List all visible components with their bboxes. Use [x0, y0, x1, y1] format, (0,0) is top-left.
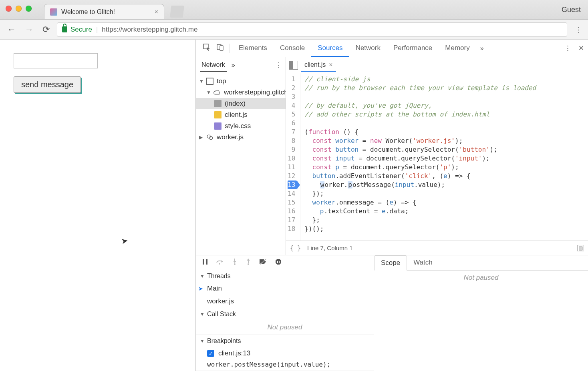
step-over-button[interactable]: [216, 259, 224, 267]
disclosure-triangle-icon: ▶: [199, 134, 203, 140]
line-number[interactable]: 2: [288, 84, 297, 92]
svg-point-11: [248, 263, 249, 265]
line-number[interactable]: 6: [288, 119, 297, 128]
breakpoint-checkbox[interactable]: ✓: [207, 350, 214, 357]
editor-tab[interactable]: client.js ×: [301, 59, 336, 72]
code-content[interactable]: // client-side js// run by the browser e…: [300, 73, 540, 241]
callstack-header[interactable]: ▼Call Stack: [196, 308, 374, 320]
browser-toolbar: ← → ⟳ Secure | https://workerstepping.gl…: [0, 20, 588, 40]
code-line[interactable]: // client-side js: [304, 75, 536, 84]
coverage-indicator-icon[interactable]: ▥: [577, 245, 584, 251]
tree-node-domain[interactable]: ▼ workerstepping.glitch: [196, 87, 286, 98]
navigator-more-tabs[interactable]: »: [232, 62, 235, 69]
line-number[interactable]: 18: [288, 225, 297, 233]
reload-button[interactable]: ⟳: [41, 23, 51, 36]
tree-node-top[interactable]: ▼ top: [196, 76, 286, 87]
inspect-element-button[interactable]: [200, 43, 213, 53]
more-tabs-button[interactable]: »: [480, 45, 484, 52]
threads-header[interactable]: ▼Threads: [196, 270, 374, 282]
tree-node-clientjs[interactable]: client.js: [196, 109, 286, 120]
code-line[interactable]: // add other scripts at the bottom of in…: [304, 110, 536, 119]
devtools-tab-memory[interactable]: Memory: [439, 40, 476, 57]
step-into-button[interactable]: [232, 258, 238, 267]
code-line[interactable]: button.addEventListener('click', (e) => …: [304, 172, 536, 180]
profile-label[interactable]: Guest: [562, 6, 581, 14]
line-number[interactable]: 5: [288, 110, 297, 119]
line-number[interactable]: 15: [288, 198, 297, 207]
connection-secure-badge[interactable]: Secure: [62, 26, 92, 34]
code-line[interactable]: });: [304, 189, 536, 198]
line-number[interactable]: 13: [288, 180, 297, 189]
code-area[interactable]: 123456789101112131415161718 // client-si…: [286, 73, 588, 241]
breakpoints-header[interactable]: ▼Breakpoints: [196, 335, 374, 347]
code-line[interactable]: const input = document.querySelector('in…: [304, 154, 536, 163]
code-line[interactable]: })();: [304, 225, 536, 233]
code-line[interactable]: (function () {: [304, 128, 536, 136]
window-titlebar: Welcome to Glitch! × Guest: [0, 0, 588, 20]
line-number[interactable]: 9: [288, 145, 297, 154]
line-number[interactable]: 12: [288, 172, 297, 180]
back-button[interactable]: ←: [6, 23, 18, 36]
device-toolbar-button[interactable]: [213, 43, 227, 53]
forward-button[interactable]: →: [23, 23, 35, 36]
line-number[interactable]: 16: [288, 207, 297, 216]
line-gutter[interactable]: 123456789101112131415161718: [286, 73, 300, 241]
code-line[interactable]: const button = document.querySelector('b…: [304, 145, 536, 154]
zoom-window-button[interactable]: [26, 6, 32, 12]
browser-tab[interactable]: Welcome to Glitch! ×: [44, 4, 164, 19]
tree-node-worker[interactable]: ▶ worker.js: [196, 132, 286, 143]
devtools-tab-performance[interactable]: Performance: [387, 40, 439, 57]
send-message-button[interactable]: send message: [14, 76, 81, 93]
navigator-menu-button[interactable]: ⋮: [275, 61, 282, 69]
address-bar[interactable]: Secure | https://workerstepping.glitch.m…: [57, 22, 567, 37]
editor-tabbar: client.js ×: [286, 57, 588, 73]
code-line[interactable]: worker.postMessage(input.value);: [304, 180, 536, 189]
line-number[interactable]: 8: [288, 136, 297, 145]
line-number[interactable]: 3: [288, 92, 297, 101]
devtools-tab-elements[interactable]: Elements: [232, 40, 274, 57]
message-input[interactable]: [14, 53, 98, 68]
code-line[interactable]: // by default, you've got jQuery,: [304, 101, 536, 110]
line-number[interactable]: 1: [288, 75, 297, 84]
devtools-tab-network[interactable]: Network: [349, 40, 387, 57]
breakpoint-item[interactable]: ✓ client.js:13: [196, 347, 374, 360]
line-number[interactable]: 11: [288, 163, 297, 172]
code-line[interactable]: };: [304, 216, 536, 225]
thread-item-worker[interactable]: worker.js: [196, 295, 374, 308]
toggle-navigator-button[interactable]: [289, 61, 298, 70]
line-number[interactable]: 14: [288, 189, 297, 198]
deactivate-breakpoints-button[interactable]: [259, 259, 267, 267]
line-number[interactable]: 17: [288, 216, 297, 225]
scope-tab[interactable]: Scope: [374, 255, 407, 271]
watch-tab[interactable]: Watch: [407, 255, 439, 270]
step-out-button[interactable]: [246, 258, 251, 267]
navigator-subtab[interactable]: Network: [200, 59, 227, 72]
line-number[interactable]: 7: [288, 128, 297, 136]
pause-on-exceptions-button[interactable]: [275, 259, 282, 267]
document-icon: [214, 100, 222, 107]
minimize-window-button[interactable]: [16, 6, 22, 12]
close-window-button[interactable]: [6, 6, 12, 12]
devtools-tab-sources[interactable]: Sources: [311, 40, 349, 57]
code-line[interactable]: const p = document.querySelector('p');: [304, 163, 536, 172]
devtools-tab-console[interactable]: Console: [274, 40, 311, 57]
code-line[interactable]: // run by the browser each time your vie…: [304, 84, 536, 92]
code-line[interactable]: [304, 92, 536, 101]
pretty-print-button[interactable]: { }: [290, 245, 301, 252]
code-line[interactable]: [304, 119, 536, 128]
devtools-close-button[interactable]: ✕: [578, 44, 584, 52]
code-line[interactable]: p.textContent = e.data;: [304, 207, 536, 216]
code-line[interactable]: worker.onmessage = (e) => {: [304, 198, 536, 207]
new-tab-button[interactable]: [170, 6, 184, 18]
line-number[interactable]: 4: [288, 101, 297, 110]
line-number[interactable]: 10: [288, 154, 297, 163]
tab-close-button[interactable]: ×: [155, 8, 158, 16]
code-line[interactable]: const worker = new Worker('worker.js');: [304, 136, 536, 145]
editor-tab-close[interactable]: ×: [329, 61, 332, 68]
thread-item-main[interactable]: Main: [196, 282, 374, 295]
tree-node-stylecss[interactable]: style.css: [196, 120, 286, 132]
pause-button[interactable]: [202, 259, 208, 267]
browser-menu-button[interactable]: ⋮: [573, 23, 584, 36]
devtools-settings-button[interactable]: ⋮: [564, 44, 571, 52]
tree-node-index[interactable]: (index): [196, 98, 286, 109]
